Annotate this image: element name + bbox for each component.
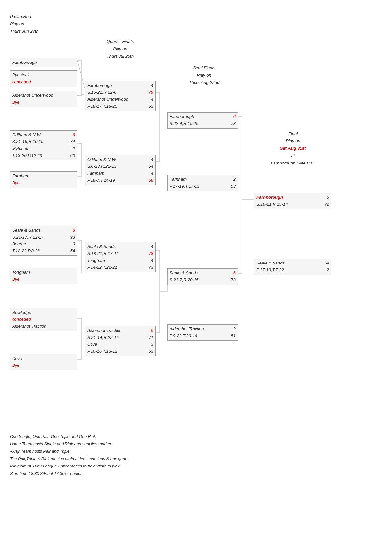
p5-row2: S.21-17,R.22-17 93 xyxy=(12,234,75,241)
prelim-match-5: Seale & Sands 8 S.21-17,R.22-17 93 Bourn… xyxy=(10,226,77,256)
prelim-match-7: Rowledge conceded Aldershot Traction xyxy=(10,308,77,331)
p7-row2: conceded xyxy=(12,316,75,323)
q2-row4: P.18-7,T.14-19 68 xyxy=(87,177,153,184)
p3-row2: S.21-16,R.10-19 74 xyxy=(12,138,75,145)
p3-row1: Odiham & N.W. 6 xyxy=(12,132,75,138)
q1-row2: S.15-21,R.22-6 79 xyxy=(87,89,153,96)
note-2: Home Team hosts Single and Rink and supp… xyxy=(10,441,382,448)
note-6: Start time 18.30 S/Final 17.30 or earlie… xyxy=(10,470,382,478)
s2-row1: Farnham 2 xyxy=(170,176,236,183)
prelim-match-2: Aldershot Underwood Bye xyxy=(10,91,77,107)
qf-line2: Play on xyxy=(87,45,153,53)
p2-row1: Aldershot Underwood xyxy=(12,92,75,99)
q4-row3: Cove 3 xyxy=(87,341,153,348)
prelim-line1: Prelim.Rnd xyxy=(10,13,382,20)
final-header: Final Play on Sat.Aug 31st at Farnboroug… xyxy=(257,130,329,166)
sf-line2: Play on xyxy=(171,72,237,79)
p5-row1: Seale & Sands 8 xyxy=(12,227,75,234)
qf-match-2: Odiham & N.W. 4 S.6-23,R.22-13 54 Farnha… xyxy=(85,155,156,185)
q1-row1: Farnborough 4 xyxy=(87,82,153,89)
prelim-match-1b: Pyestock conceded xyxy=(10,70,77,87)
p1-row1: Farnborough xyxy=(12,59,75,66)
fr-row2: P,17-19,T.7-22 2 xyxy=(256,267,329,274)
note-1: One Single, One Pair, One Triple and One… xyxy=(10,433,382,441)
sf-match-4: Aldershot Traction 2 P.9-22,T.20-10 51 xyxy=(167,324,238,341)
qf-line3: Thurs.Jul 25th xyxy=(87,53,153,60)
qf-match-1: Farnborough 4 S.15-21,R.22-6 79 Aldersho… xyxy=(85,81,156,111)
svg-line-0 xyxy=(77,61,85,89)
q3-row1: Seale & Sands 4 xyxy=(87,243,153,250)
prelim-line3: Thurs.Jun 27th xyxy=(10,28,382,35)
final-line1: Final xyxy=(257,130,329,138)
q1-row3: Aldershot Underwood 4 xyxy=(87,96,153,103)
fw-row1: Farnborough 6 xyxy=(256,194,329,201)
qf-line1: Quarter Finals xyxy=(87,38,153,45)
s2-row2: P.17-19,T.17-13 53 xyxy=(170,183,236,190)
p5-row3: Bourne 0 xyxy=(12,241,75,248)
prelim-line2: Play on xyxy=(10,20,382,28)
sf-match-3: Seale & Sands 6 S.21-7,R.20-15 73 xyxy=(167,268,238,285)
p6-row2: Bye xyxy=(12,276,75,283)
p1b-row2: conceded xyxy=(12,79,75,86)
sf-match-2: Farnham 2 P.17-19,T.17-13 53 xyxy=(167,175,238,191)
fr-row1: Seale & Sands 59 xyxy=(256,260,329,267)
q2-row3: Farnham 4 xyxy=(87,170,153,177)
prelim-header: Prelim.Rnd Play on Thurs.Jun 27th xyxy=(10,13,382,35)
s3-row2: S.21-7,R.20-15 73 xyxy=(170,277,236,284)
final-line4: at xyxy=(257,152,329,160)
bracket-wrapper: Quarter Finals Play on Thurs.Jul 25th Se… xyxy=(10,38,382,426)
s1-row1: Farnborough 6 xyxy=(170,113,236,120)
p7-row3: Aldershot Traction xyxy=(12,323,75,330)
svg-line-1 xyxy=(77,94,85,96)
q3-row3: Tongham 4 xyxy=(87,257,153,264)
qf-match-4: Aldershot Traction 5 S.21-14,R.22-10 71 … xyxy=(85,326,156,356)
sf-header: Semi Finals Play on Thurs.Aug 22nd xyxy=(171,64,237,86)
sf-match-1: Farnborough 6 S.22-4,R.19-15 73 xyxy=(167,112,238,129)
final-line2: Play on xyxy=(257,138,329,145)
qf-match-3: Seale & Sands 4 S.18-21,R.17-16 78 Tongh… xyxy=(85,242,156,272)
q2-row1: Odiham & N.W. 4 xyxy=(87,156,153,163)
final-runnerup: Seale & Sands 59 P,17-19,T.7-22 2 xyxy=(254,259,331,275)
p1b-row1: Pyestock xyxy=(12,72,75,79)
s4-row1: Aldershot Traction 2 xyxy=(170,326,236,333)
p4-row1: Farnham xyxy=(12,173,75,180)
s3-row1: Seale & Sands 6 xyxy=(170,270,236,277)
p4-row2: Bye xyxy=(12,180,75,187)
p3-row4: T.13-20,P.12-23 60 xyxy=(12,152,75,159)
q4-row4: P.16-16,T.13-12 53 xyxy=(87,348,153,355)
p8-row2: Bye xyxy=(12,362,75,369)
final-winner: Farnborough 6 S.16-21 R.15-14 72 xyxy=(254,193,331,209)
s4-row2: P.9-22,T.20-10 51 xyxy=(170,333,236,340)
s1-row2: S.22-4,R.19-15 73 xyxy=(170,120,236,127)
q3-row4: P.14-22,T.22-21 73 xyxy=(87,264,153,271)
p3-row3: Mytchett 2 xyxy=(12,145,75,152)
q3-row2: S.18-21,R.17-16 78 xyxy=(87,250,153,257)
final-line5: Farnborough Gate B.C. xyxy=(257,160,329,167)
prelim-match-4: Farnham Bye xyxy=(10,171,77,188)
prelim-match-6: Tongham Bye xyxy=(10,268,77,284)
p2-row2: Bye xyxy=(12,99,75,106)
p7-row1: Rowledge xyxy=(12,309,75,316)
p8-row1: Cove xyxy=(12,355,75,362)
sf-line1: Semi Finals xyxy=(171,64,237,72)
note-3: Away Team hosts Pair and Triple xyxy=(10,448,382,455)
final-line3: Sat.Aug 31st xyxy=(257,145,329,152)
note-4: The Pair,Triple & Rink must contain at l… xyxy=(10,455,382,463)
fw-row2: S.16-21 R.15-14 72 xyxy=(256,201,329,208)
q1-row4: P.18-17,T.18-25 63 xyxy=(87,103,153,110)
prelim-match-8: Cove Bye xyxy=(10,354,77,370)
sf-line3: Thurs.Aug 22nd xyxy=(171,79,237,86)
qf-header: Quarter Finals Play on Thurs.Jul 25th xyxy=(87,38,153,60)
p6-row1: Tongham xyxy=(12,269,75,276)
prelim-match-3: Odiham & N.W. 6 S.21-16,R.10-19 74 Mytch… xyxy=(10,130,77,160)
q4-row1: Aldershot Traction 5 xyxy=(87,327,153,334)
notes-section: One Single, One Pair, One Triple and One… xyxy=(10,433,382,477)
prelim-match-1: Farnborough xyxy=(10,58,77,67)
q2-row2: S.6-23,R.22-13 54 xyxy=(87,163,153,170)
q4-row2: S.21-14,R.22-10 71 xyxy=(87,334,153,341)
note-5: Minimum of TWO League Appearances to be … xyxy=(10,463,382,470)
page-container: Prelim.Rnd Play on Thurs.Jun 27th Quarte… xyxy=(10,13,382,477)
p5-row4: T.12-22,P.8-28 54 xyxy=(12,248,75,255)
